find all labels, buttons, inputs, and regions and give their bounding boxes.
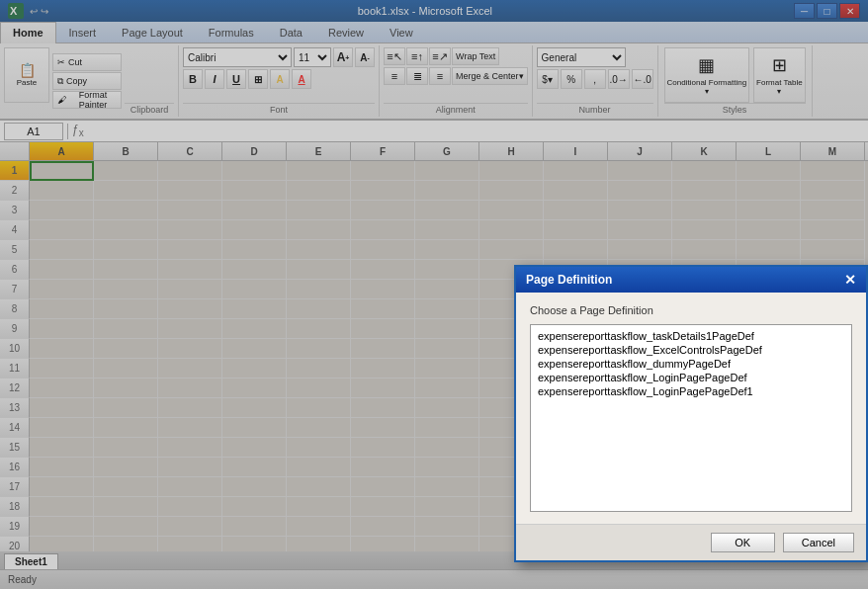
modal-subtitle: Choose a Page Definition bbox=[530, 304, 852, 316]
page-definition-dialog: Page Definition ✕ Choose a Page Definiti… bbox=[514, 265, 868, 562]
modal-overlay[interactable]: Page Definition ✕ Choose a Page Definiti… bbox=[0, 0, 868, 589]
modal-body: Choose a Page Definition expensereportta… bbox=[516, 293, 866, 524]
list-item[interactable]: expensereporttaskflow_LoginPagePageDef1 bbox=[535, 384, 847, 398]
modal-listbox[interactable]: expensereporttaskflow_taskDetails1PageDe… bbox=[530, 324, 852, 512]
modal-close-button[interactable]: ✕ bbox=[844, 272, 856, 288]
cancel-button[interactable]: Cancel bbox=[783, 533, 854, 552]
list-item[interactable]: expensereporttaskflow_dummyPageDef bbox=[535, 357, 847, 371]
modal-footer: OK Cancel bbox=[516, 524, 866, 560]
list-item[interactable]: expensereporttaskflow_LoginPagePageDef bbox=[535, 371, 847, 384]
list-item[interactable]: expensereporttaskflow_ExcelControlsPageD… bbox=[535, 343, 847, 357]
modal-header: Page Definition ✕ bbox=[516, 267, 866, 293]
ok-button[interactable]: OK bbox=[711, 533, 775, 552]
list-item[interactable]: expensereporttaskflow_taskDetails1PageDe… bbox=[535, 329, 847, 343]
modal-title: Page Definition bbox=[526, 273, 612, 287]
